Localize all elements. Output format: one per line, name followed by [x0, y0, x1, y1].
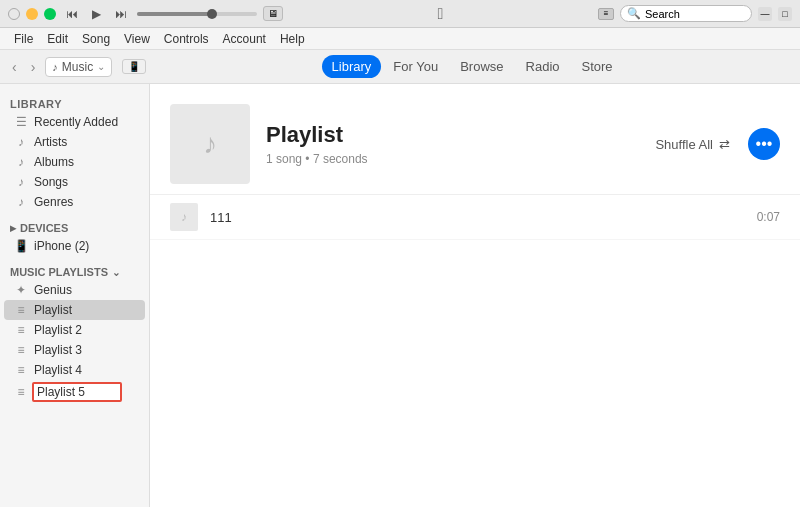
search-box[interactable]: 🔍: [620, 5, 752, 22]
nav-forward-button[interactable]: ›: [27, 57, 40, 77]
song-thumb-icon: ♪: [181, 210, 187, 224]
song-duration: 0:07: [757, 210, 780, 224]
window-minimize-button[interactable]: [26, 8, 38, 20]
genius-icon: ✦: [14, 283, 28, 297]
playlist-info: Playlist 1 song • 7 seconds: [266, 122, 631, 166]
title-bar-center: : [283, 5, 598, 23]
sidebar-item-playlist4[interactable]: ≡ Playlist 4: [4, 360, 145, 380]
search-input[interactable]: [645, 8, 745, 20]
albums-icon: ♪: [14, 155, 28, 169]
playlists-section: Music Playlists ⌄ ✦ Genius ≡ Playlist ≡ …: [0, 260, 149, 404]
playlist-title: Playlist: [266, 122, 631, 148]
sidebar-item-playlist[interactable]: ≡ Playlist: [4, 300, 145, 320]
shuffle-icon: ⇄: [719, 137, 730, 152]
title-bar-right: ≡ 🔍 — □: [598, 5, 792, 22]
sidebar-item-playlist3[interactable]: ≡ Playlist 3: [4, 340, 145, 360]
songs-icon: ♪: [14, 175, 28, 189]
playlist2-icon: ≡: [14, 323, 28, 337]
tab-store[interactable]: Store: [572, 55, 623, 78]
playlist5-icon: ≡: [14, 385, 28, 399]
devices-expand-icon: ▶: [10, 224, 16, 233]
menu-bar: File Edit Song View Controls Account Hel…: [0, 28, 800, 50]
title-bar-left: ⏮ ▶ ⏭ 🖥: [8, 5, 283, 23]
sidebar-item-playlist2-label: Playlist 2: [34, 323, 82, 337]
tab-library[interactable]: Library: [322, 55, 382, 78]
playlist-art-icon: ♪: [203, 128, 217, 160]
window-maximize-button[interactable]: [44, 8, 56, 20]
menu-view[interactable]: View: [118, 30, 156, 48]
devices-section-header: ▶ Devices: [0, 216, 149, 236]
location-box[interactable]: ♪ Music ⌄: [45, 57, 112, 77]
progress-handle: [207, 9, 217, 19]
shuffle-all-button[interactable]: Shuffle All ⇄: [647, 133, 738, 156]
sidebar-item-playlist4-label: Playlist 4: [34, 363, 82, 377]
table-row[interactable]: ♪ 111 0:07: [150, 195, 800, 240]
playlist-art: ♪: [170, 104, 250, 184]
progress-bar[interactable]: [137, 12, 257, 16]
menu-file[interactable]: File: [8, 30, 39, 48]
window-close-button[interactable]: [8, 8, 20, 20]
content-area: ♪ Playlist 1 song • 7 seconds Shuffle Al…: [150, 84, 800, 507]
playlist5-name-input[interactable]: [32, 382, 122, 402]
playlist-header: ♪ Playlist 1 song • 7 seconds Shuffle Al…: [150, 84, 800, 195]
sidebar-item-genius[interactable]: ✦ Genius: [4, 280, 145, 300]
more-options-button[interactable]: •••: [748, 128, 780, 160]
sidebar-item-recently-added[interactable]: ☰ Recently Added: [4, 112, 145, 132]
menu-account[interactable]: Account: [217, 30, 272, 48]
sidebar-item-genres[interactable]: ♪ Genres: [4, 192, 145, 212]
sidebar-item-albums[interactable]: ♪ Albums: [4, 152, 145, 172]
win-hamburger-button[interactable]: ≡: [598, 8, 614, 20]
toolbar: ‹ › ♪ Music ⌄ 📱 Library For You Browse R…: [0, 50, 800, 84]
main-layout: Library ☰ Recently Added ♪ Artists ♪ Alb…: [0, 84, 800, 507]
tab-radio[interactable]: Radio: [516, 55, 570, 78]
transport-back-button[interactable]: ⏮: [62, 5, 82, 23]
sidebar-item-playlist3-label: Playlist 3: [34, 343, 82, 357]
sidebar-item-playlist5-editing[interactable]: ≡: [4, 380, 145, 404]
sidebar: Library ☰ Recently Added ♪ Artists ♪ Alb…: [0, 84, 150, 507]
song-thumbnail: ♪: [170, 203, 198, 231]
menu-song[interactable]: Song: [76, 30, 116, 48]
playlist-actions: Shuffle All ⇄ •••: [647, 128, 780, 160]
title-bar: ⏮ ▶ ⏭ 🖥  ≡ 🔍 — □: [0, 0, 800, 28]
playlists-section-header: Music Playlists ⌄: [0, 260, 149, 280]
nav-back-button[interactable]: ‹: [8, 57, 21, 77]
tab-browse[interactable]: Browse: [450, 55, 513, 78]
transport-forward-button[interactable]: ⏭: [111, 5, 131, 23]
playlist3-icon: ≡: [14, 343, 28, 357]
shuffle-all-label: Shuffle All: [655, 137, 713, 152]
win-min-button[interactable]: —: [758, 7, 772, 21]
apple-logo: : [438, 5, 444, 23]
location-text: Music: [62, 60, 93, 74]
device-icon-button[interactable]: 🖥: [263, 6, 283, 21]
sidebar-item-genius-label: Genius: [34, 283, 72, 297]
nav-tabs: Library For You Browse Radio Store: [322, 55, 623, 78]
recently-added-icon: ☰: [14, 115, 28, 129]
search-icon: 🔍: [627, 7, 641, 20]
sidebar-item-genres-label: Genres: [34, 195, 73, 209]
playlist4-icon: ≡: [14, 363, 28, 377]
sidebar-item-songs[interactable]: ♪ Songs: [4, 172, 145, 192]
sidebar-item-artists-label: Artists: [34, 135, 67, 149]
device-small-button[interactable]: 📱: [122, 59, 146, 74]
playlist-icon: ≡: [14, 303, 28, 317]
genres-icon: ♪: [14, 195, 28, 209]
tab-for-you[interactable]: For You: [383, 55, 448, 78]
sidebar-item-iphone[interactable]: 📱 iPhone (2): [4, 236, 145, 256]
playlists-header-label: Music Playlists: [10, 266, 108, 278]
transport-play-button[interactable]: ▶: [88, 5, 105, 23]
song-list: ♪ 111 0:07: [150, 195, 800, 240]
location-arrow-icon: ⌄: [97, 61, 105, 72]
sidebar-item-albums-label: Albums: [34, 155, 74, 169]
sidebar-item-playlist2[interactable]: ≡ Playlist 2: [4, 320, 145, 340]
menu-help[interactable]: Help: [274, 30, 311, 48]
sidebar-item-iphone-label: iPhone (2): [34, 239, 89, 253]
menu-edit[interactable]: Edit: [41, 30, 74, 48]
win-max-button[interactable]: □: [778, 7, 792, 21]
playlist-meta: 1 song • 7 seconds: [266, 152, 631, 166]
sidebar-item-artists[interactable]: ♪ Artists: [4, 132, 145, 152]
devices-section: ▶ Devices 📱 iPhone (2): [0, 216, 149, 256]
song-title: 111: [210, 210, 745, 225]
sidebar-item-songs-label: Songs: [34, 175, 68, 189]
menu-controls[interactable]: Controls: [158, 30, 215, 48]
progress-bar-fill: [137, 12, 209, 16]
